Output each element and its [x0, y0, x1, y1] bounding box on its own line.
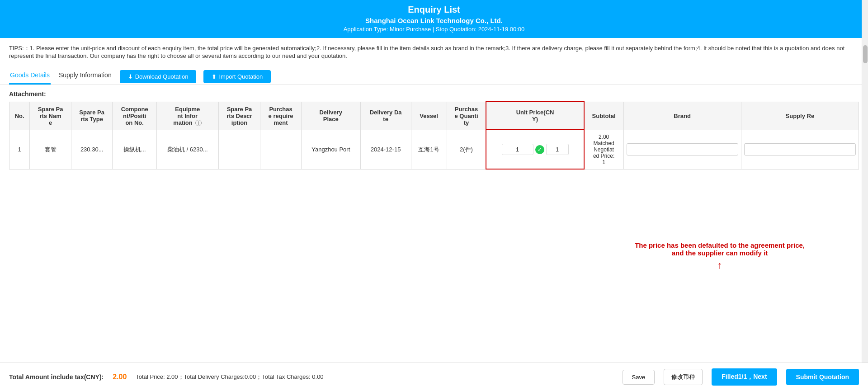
col-vessel: Vessel	[411, 102, 447, 130]
page-header: Enquiry List Shanghai Ocean Link Technol…	[0, 0, 868, 38]
cell-name: 套管	[30, 130, 71, 169]
company-name: Shanghai Ocean Link Technology Co., Ltd.	[0, 17, 868, 24]
tab-goods-details[interactable]: Goods Details	[9, 69, 51, 85]
col-component: Component/Position No.	[113, 102, 156, 130]
submit-quotation-button[interactable]: Submit Quotation	[786, 369, 859, 385]
info-icon: i	[195, 120, 202, 126]
table-row: 1 套管 230.30... 操纵机... 柴油机 / 6230... Yang…	[9, 130, 859, 169]
col-purchase-req: Purchase requirement	[260, 102, 302, 130]
price-notice: The price has been defaulted to the agre…	[635, 241, 805, 271]
col-no: No.	[9, 102, 30, 130]
cell-type: 230.30...	[71, 130, 113, 169]
col-brand: Brand	[623, 102, 741, 130]
subtotal-text: 2.00MatchedNegotiated Price:1	[587, 134, 621, 165]
scrollbar[interactable]	[862, 0, 868, 391]
cell-no: 1	[9, 130, 30, 169]
col-equipment-info: Equipment Information i	[156, 102, 218, 130]
col-unit-price: Unit Price(CNY)	[486, 102, 584, 130]
col-spare-parts-name: Spare Parts Name	[30, 102, 71, 130]
brand-input[interactable]	[627, 143, 738, 155]
cell-equipment: 柴油机 / 6230...	[156, 130, 218, 169]
unit-price-input[interactable]	[502, 144, 533, 155]
cell-brand[interactable]	[623, 130, 741, 169]
cell-unit-price: ✓	[486, 130, 584, 169]
table-header-row: No. Spare Parts Name Spare Parts Type Co…	[9, 102, 859, 130]
notice-arrow: ↑	[635, 259, 805, 271]
modify-currency-button[interactable]: 修改币种	[664, 369, 703, 385]
tab-supply-information[interactable]: Supply Information	[58, 69, 113, 85]
col-quantity: Purchase Quantity	[447, 102, 486, 130]
total-amount: 2.00	[113, 373, 127, 381]
header-meta: Application Type: Minor Purchase | Stop …	[0, 26, 868, 33]
col-subtotal: Subtotal	[584, 102, 623, 130]
upload-icon: ⬆	[212, 73, 217, 80]
enquiry-table: No. Spare Parts Name Spare Parts Type Co…	[9, 101, 859, 170]
unit-price-row: ✓	[502, 144, 569, 155]
attachment-label: Attachment:	[0, 85, 868, 101]
next-button[interactable]: Filled1/1，Next	[712, 368, 777, 386]
cell-description	[218, 130, 260, 169]
scrollbar-thumb[interactable]	[863, 45, 868, 63]
page-title: Enquiry List	[0, 5, 868, 15]
cell-component: 操纵机...	[113, 130, 156, 169]
total-label: Total Amount include tax(CNY):	[9, 373, 104, 381]
download-icon: ⬇	[128, 73, 133, 80]
cell-quantity: 2(件)	[447, 130, 486, 169]
supply-re-input[interactable]	[744, 143, 856, 155]
col-description: Spare Parts Description	[218, 102, 260, 130]
cell-subtotal: 2.00MatchedNegotiated Price:1	[584, 130, 623, 169]
save-button[interactable]: Save	[623, 370, 655, 385]
import-quotation-button[interactable]: ⬆ Import Quotation	[203, 70, 271, 83]
footer-summary: Total Price: 2.00；Total Delivery Charges…	[136, 373, 613, 381]
col-delivery-date: Delivery Date	[360, 102, 411, 130]
cell-delivery-date: 2024-12-15	[360, 130, 411, 169]
cell-delivery-place: Yangzhou Port	[301, 130, 360, 169]
main-area: The price has been defaulted to the agre…	[0, 101, 868, 170]
download-quotation-button[interactable]: ⬇ Download Quotation	[120, 70, 197, 83]
col-delivery-place: DeliveryPlace	[301, 102, 360, 130]
tab-bar: Goods Details Supply Information ⬇ Downl…	[0, 64, 868, 85]
cell-purchase-req	[260, 130, 302, 169]
col-spare-parts-type: Spare Parts Type	[71, 102, 113, 130]
check-icon: ✓	[535, 145, 544, 154]
tips-text: TIPS:：1. Please enter the unit-price and…	[9, 45, 844, 59]
notice-line2: and the supplier can modify it	[635, 249, 805, 257]
notice-line1: The price has been defaulted to the agre…	[635, 241, 805, 249]
table-container: No. Spare Parts Name Spare Parts Type Co…	[0, 101, 868, 170]
cell-supply-re[interactable]	[741, 130, 859, 169]
cell-vessel: 互海1号	[411, 130, 447, 169]
col-supply-re: Supply Re	[741, 102, 859, 130]
override-input[interactable]	[546, 144, 569, 155]
tips-section: TIPS:：1. Please enter the unit-price and…	[0, 38, 868, 64]
footer: Total Amount include tax(CNY): 2.00 Tota…	[0, 363, 868, 391]
